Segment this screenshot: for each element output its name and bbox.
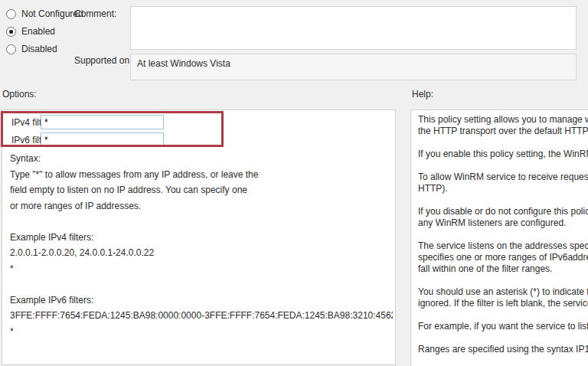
ipv4-filter-input[interactable] bbox=[41, 115, 164, 129]
comment-textarea[interactable] bbox=[130, 6, 577, 50]
help-panel: This policy setting allows you to manage… bbox=[410, 109, 588, 366]
radio-circle-icon[interactable] bbox=[6, 44, 16, 54]
radio-not-configured[interactable]: Not Configured bbox=[6, 8, 83, 20]
policy-setting-dialog: { "setting_states": { "not_configured_la… bbox=[0, 0, 588, 366]
help-section-label: Help: bbox=[412, 89, 433, 100]
radio-enabled-label: Enabled bbox=[21, 26, 55, 37]
radio-enabled[interactable]: Enabled bbox=[6, 25, 83, 38]
supported-on-label: Supported on: bbox=[74, 55, 132, 66]
radio-disabled-label: Disabled bbox=[21, 44, 57, 54]
radio-circle-icon[interactable] bbox=[6, 27, 16, 37]
filter-syntax-help-text: Syntax: Type "*" to allow messages from … bbox=[10, 151, 393, 339]
options-panel: IPv4 filter: IPv6 filter: Syntax: Type "… bbox=[2, 109, 396, 365]
supported-on-value: At least Windows Vista bbox=[137, 58, 230, 69]
supported-on-value-box: At least Windows Vista bbox=[130, 54, 577, 80]
ipv6-filter-input[interactable] bbox=[41, 132, 164, 147]
options-section-label: Options: bbox=[2, 89, 37, 100]
radio-circle-icon[interactable] bbox=[6, 9, 16, 19]
radio-disabled[interactable]: Disabled bbox=[6, 43, 83, 55]
comment-label: Comment: bbox=[74, 8, 116, 19]
setting-state-radio-group: Not Configured Enabled Disabled bbox=[6, 8, 83, 55]
policy-help-text: This policy setting allows you to manage… bbox=[418, 114, 588, 366]
